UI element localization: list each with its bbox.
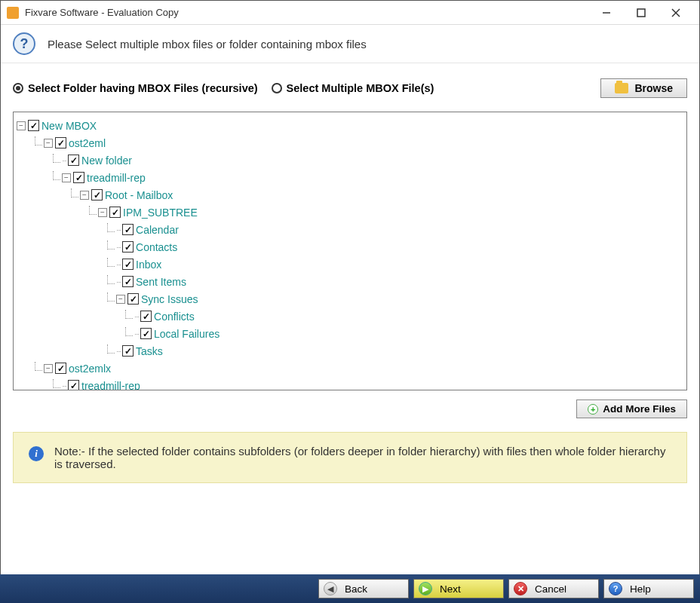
tree-label[interactable]: IPM_SUBTREE (123, 207, 198, 219)
tree-label[interactable]: Sent Items (136, 276, 186, 288)
tree-node: ····New folder (53, 152, 683, 169)
browse-button[interactable]: Browse (600, 78, 687, 98)
tree-label[interactable]: Inbox (136, 259, 161, 271)
plus-icon: + (588, 404, 598, 415)
maximize-button[interactable] (624, 1, 659, 25)
tree-checkbox[interactable] (122, 241, 134, 253)
tree-toggle[interactable]: − (44, 364, 53, 373)
tree-checkbox[interactable] (109, 207, 121, 218)
browse-label: Browse (634, 82, 673, 94)
tree-label[interactable]: New MBOX (41, 120, 97, 132)
folder-icon (615, 83, 628, 93)
radio-folder-label: Select Folder having MBOX Files (recursi… (28, 82, 258, 94)
tree-node: −Root - Mailbox−IPM_SUBTREE····Calendar·… (71, 186, 683, 360)
back-label: Back (345, 583, 367, 595)
radio-files-label: Select Multiple MBOX File(s) (287, 82, 434, 94)
tree-label[interactable]: Sync Issues (141, 293, 198, 305)
minimize-icon (602, 8, 611, 17)
tree-label[interactable]: ost2emlx (69, 363, 111, 375)
tree-checkbox[interactable] (68, 155, 79, 166)
tree-node: ····Contacts (107, 238, 683, 256)
tree-label[interactable]: treadmill-rep (81, 380, 140, 391)
window-title: Fixvare Software - Evaluation Copy (25, 7, 589, 18)
tree-node: ····treadmill-rep (53, 377, 683, 390)
option-row: Select Folder having MBOX Files (recursi… (13, 78, 687, 98)
tree-label[interactable]: Contacts (136, 241, 177, 253)
add-more-label: Add More Files (603, 403, 676, 415)
next-button[interactable]: ▶ Next (413, 579, 504, 598)
radio-select-folder[interactable]: Select Folder having MBOX Files (recursi… (13, 82, 258, 94)
back-arrow-icon: ◀ (324, 582, 337, 595)
radio-icon (13, 83, 23, 93)
question-icon: ? (13, 32, 35, 55)
note-text: Note:- If the selected folder contains s… (54, 445, 671, 470)
tree-node: ····Calendar (107, 221, 683, 238)
tree-checkbox[interactable] (68, 380, 79, 390)
tree-node: −ost2eml····New folder−treadmill-rep−Roo… (35, 134, 683, 360)
tree-checkbox[interactable] (122, 345, 134, 357)
tree-checkbox[interactable] (122, 259, 134, 270)
tree-label[interactable]: treadmill-rep (87, 172, 146, 184)
tree-label[interactable]: Root - Mailbox (105, 189, 173, 201)
tree-node: −IPM_SUBTREE····Calendar····Contacts····… (89, 204, 683, 360)
tree-checkbox[interactable] (28, 120, 39, 131)
tree-toggle[interactable]: − (62, 173, 71, 182)
tree-checkbox[interactable] (73, 172, 84, 183)
add-more-files-button[interactable]: + Add More Files (576, 399, 687, 418)
svg-rect-1 (637, 9, 645, 17)
tree-node: −Sync Issues····Conflicts····Local Failu… (107, 290, 683, 342)
instruction-bar: ? Please Select multiple mbox files or f… (1, 25, 699, 63)
tree-label[interactable]: New folder (81, 155, 132, 167)
tree-checkbox[interactable] (127, 293, 139, 305)
tree-node: ····Local Failures (125, 325, 683, 342)
tree-checkbox[interactable] (140, 328, 152, 339)
tree-node: ····Sent Items (107, 273, 683, 290)
tree-node: −treadmill-rep−Root - Mailbox−IPM_SUBTRE… (53, 169, 683, 360)
tree-checkbox[interactable] (140, 311, 152, 322)
bottom-bar: ◀ Back ▶ Next ✕ Cancel ? Help (0, 574, 700, 603)
back-button[interactable]: ◀ Back (318, 579, 409, 598)
tree-toggle[interactable]: − (44, 139, 53, 148)
close-button[interactable] (659, 1, 693, 25)
titlebar: Fixvare Software - Evaluation Copy (1, 1, 699, 25)
tree-label[interactable]: Local Failures (154, 328, 220, 340)
next-arrow-icon: ▶ (419, 582, 432, 595)
tree-checkbox[interactable] (91, 189, 103, 200)
cancel-button[interactable]: ✕ Cancel (508, 579, 599, 598)
help-q-icon: ? (609, 582, 622, 595)
app-icon (7, 7, 19, 19)
instruction-text: Please Select multiple mbox files or fol… (48, 38, 367, 51)
tree-toggle[interactable]: − (80, 191, 89, 200)
close-icon (671, 8, 680, 17)
tree-checkbox[interactable] (122, 276, 134, 287)
radio-select-files[interactable]: Select Multiple MBOX File(s) (272, 82, 434, 94)
tree-checkbox[interactable] (55, 137, 66, 148)
tree-toggle[interactable]: − (17, 121, 26, 130)
tree-node: ····Conflicts (125, 308, 683, 325)
tree-toggle[interactable]: − (98, 208, 107, 217)
tree-node: −New MBOX−ost2eml····New folder−treadmil… (17, 117, 683, 390)
tree-label[interactable]: ost2eml (69, 137, 106, 149)
info-icon: i (29, 446, 44, 461)
tree-checkbox[interactable] (122, 224, 134, 235)
tree-label[interactable]: Calendar (136, 224, 179, 236)
help-label: Help (630, 583, 651, 595)
radio-icon (272, 83, 282, 93)
minimize-button[interactable] (589, 1, 624, 25)
folder-tree[interactable]: −New MBOX−ost2eml····New folder−treadmil… (13, 112, 687, 390)
cancel-label: Cancel (535, 583, 566, 595)
help-button[interactable]: ? Help (603, 579, 694, 598)
tree-label[interactable]: Tasks (136, 345, 163, 357)
tree-node: ····Inbox (107, 256, 683, 273)
tree-label[interactable]: Conflicts (154, 311, 195, 323)
maximize-icon (637, 8, 646, 17)
cancel-x-icon: ✕ (514, 582, 527, 595)
next-label: Next (440, 583, 461, 595)
tree-node: −ost2emlx····treadmill-rep (35, 360, 683, 390)
tree-node: ····Tasks (107, 342, 683, 360)
tree-toggle[interactable]: − (116, 295, 125, 304)
tree-checkbox[interactable] (55, 363, 66, 374)
note-box: i Note:- If the selected folder contains… (13, 432, 687, 483)
